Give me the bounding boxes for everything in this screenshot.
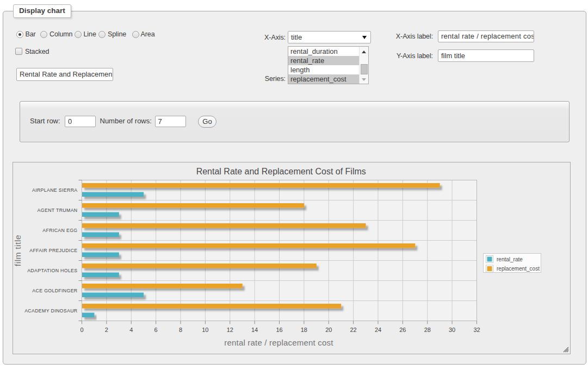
svg-text:8: 8 [179,327,182,333]
svg-text:14: 14 [251,327,258,333]
svg-text:AFRICAN EGG: AFRICAN EGG [42,228,77,233]
svg-text:26: 26 [399,327,406,333]
svg-text:rental rate / replacement cost: rental rate / replacement cost [224,338,333,347]
svg-text:28: 28 [424,327,431,333]
svg-text:24: 24 [375,327,381,333]
svg-text:AGENT TRUMAN: AGENT TRUMAN [38,208,78,213]
svg-text:32: 32 [473,327,480,333]
svg-text:4: 4 [129,327,133,333]
svg-text:18: 18 [301,327,307,333]
svg-text:10: 10 [202,327,208,333]
svg-text:replacement_cost: replacement_cost [497,266,540,272]
svg-text:film title: film title [13,235,22,267]
svg-text:22: 22 [350,327,357,333]
svg-text:ACADEMY DINOSAUR: ACADEMY DINOSAUR [24,308,77,313]
svg-text:AFFAIR PREJUDICE: AFFAIR PREJUDICE [29,248,77,253]
svg-text:ADAPTATION HOLES: ADAPTATION HOLES [27,268,77,273]
svg-text:2: 2 [105,327,108,333]
svg-text:16: 16 [276,327,282,333]
svg-text:ACE GOLDFINGER: ACE GOLDFINGER [32,288,77,293]
svg-text:0: 0 [80,327,83,333]
svg-text:30: 30 [449,327,455,333]
svg-text:12: 12 [227,327,233,333]
svg-text:AIRPLANE SIERRA: AIRPLANE SIERRA [32,187,78,193]
svg-text:20: 20 [325,327,332,333]
svg-text:rental_rate: rental_rate [497,256,523,262]
svg-text:Rental Rate and Replacement Co: Rental Rate and Replacement Cost of Film… [196,167,366,176]
svg-text:6: 6 [154,327,158,333]
